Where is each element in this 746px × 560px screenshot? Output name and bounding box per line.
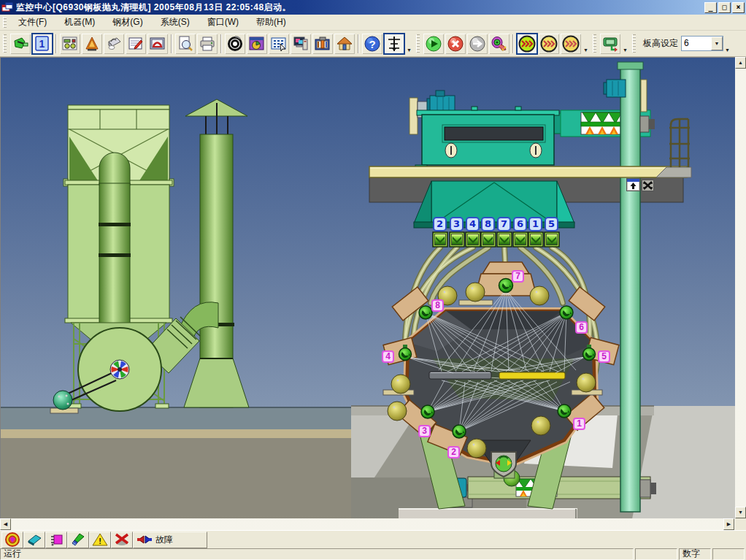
svg-text:1: 1 bbox=[39, 38, 45, 50]
elevator-motor bbox=[607, 80, 626, 97]
computer-icon bbox=[292, 35, 309, 53]
exit-button[interactable] bbox=[9, 33, 31, 55]
wheel-badge-4: 4 bbox=[382, 350, 394, 363]
fault-button[interactable]: 故障 bbox=[133, 532, 207, 548]
scroll-down-button[interactable]: ▼ bbox=[735, 507, 746, 518]
speed-high-icon bbox=[518, 35, 536, 53]
menu-machine[interactable]: 机器(M) bbox=[55, 15, 104, 30]
fault-icon bbox=[137, 534, 152, 545]
close-button[interactable]: × bbox=[732, 2, 745, 13]
shot-valves[interactable] bbox=[433, 232, 559, 247]
record-target-button[interactable] bbox=[224, 33, 246, 55]
toolbox-icon bbox=[314, 35, 331, 53]
plant-view-button[interactable] bbox=[147, 33, 169, 55]
status-bar: 运行 数字 bbox=[0, 548, 746, 560]
fault-label: 故障 bbox=[155, 534, 173, 546]
run-button[interactable] bbox=[423, 33, 445, 55]
paint-bucket-button[interactable] bbox=[103, 33, 125, 55]
minimize-button[interactable]: _ bbox=[704, 2, 717, 13]
conveyor-control-button[interactable] bbox=[599, 33, 621, 55]
chart-window-button[interactable] bbox=[246, 33, 268, 55]
gate-button-6[interactable]: 6 bbox=[513, 217, 527, 231]
print-button[interactable] bbox=[196, 33, 218, 55]
status-panel-spare1 bbox=[635, 548, 677, 560]
print-icon bbox=[199, 35, 216, 53]
elevator-boot-indicator[interactable] bbox=[491, 452, 516, 478]
horn-button[interactable] bbox=[488, 33, 510, 55]
svg-text:!: ! bbox=[99, 537, 101, 545]
gate-button-7[interactable]: 7 bbox=[497, 217, 511, 231]
title-bar: 监控中心[Q6930钢板抛丸清理机] 2005年08月13日 22:05:48启… bbox=[0, 0, 746, 15]
speed-low-button[interactable] bbox=[560, 33, 582, 55]
toolbar-overflow-2[interactable]: ▼ bbox=[582, 33, 590, 55]
step-button[interactable] bbox=[466, 33, 488, 55]
window-title: 监控中心[Q6930钢板抛丸清理机] 2005年08月13日 22:05:48启… bbox=[16, 1, 291, 14]
app-window: 监控中心[Q6930钢板抛丸清理机] 2005年08月13日 22:05:48启… bbox=[0, 0, 746, 560]
toolbar-grip-4[interactable] bbox=[632, 34, 636, 53]
wheel-badge-3: 3 bbox=[418, 425, 431, 437]
toolbar-grip-1[interactable] bbox=[3, 34, 7, 53]
scroll-up-button[interactable]: ▲ bbox=[735, 57, 746, 69]
machine-parts-button[interactable] bbox=[59, 33, 81, 55]
gate-button-2[interactable]: 2 bbox=[433, 217, 447, 231]
scroll-right-button[interactable]: ▶ bbox=[723, 518, 734, 530]
app-icon bbox=[1, 2, 13, 12]
menu-bar: 文件(F) 机器(M) 钢材(G) 系统(S) 窗口(W) 帮助(H) bbox=[0, 15, 746, 31]
menu-file[interactable]: 文件(F) bbox=[9, 15, 55, 30]
status-num-indicator: 数字 bbox=[679, 548, 711, 560]
speed-mid-button[interactable] bbox=[538, 33, 560, 55]
main-toolbar: 1 ? ▼ ▼ ▼ 板高设定 6 bbox=[0, 31, 746, 57]
stamp-button[interactable] bbox=[45, 532, 67, 548]
steel-plate-button[interactable] bbox=[23, 532, 45, 548]
gate-button-4[interactable]: 4 bbox=[466, 217, 480, 231]
target-rings-button[interactable] bbox=[1, 532, 23, 548]
window-one-button[interactable]: 1 bbox=[31, 33, 53, 55]
menu-window[interactable]: 窗口(W) bbox=[199, 15, 247, 30]
scroll-left-button[interactable]: ◀ bbox=[0, 518, 11, 530]
mimic-canvas: 2 3 4 8 7 6 1 5 1 2 3 4 5 6 7 8 bbox=[0, 57, 735, 518]
annunciator-toolbar: ! 故障 bbox=[0, 530, 746, 548]
toolbar-overflow-1[interactable]: ▼ bbox=[405, 33, 413, 55]
menu-steel[interactable]: 钢材(G) bbox=[104, 15, 151, 30]
alarm-icon bbox=[83, 35, 101, 53]
plate-height-combobox[interactable]: 6 ▼ bbox=[681, 36, 723, 51]
print-preview-button[interactable] bbox=[174, 33, 196, 55]
warning-button[interactable]: ! bbox=[89, 532, 111, 548]
report-button[interactable] bbox=[125, 33, 147, 55]
toolbox-button[interactable] bbox=[312, 33, 334, 55]
abort-button[interactable] bbox=[111, 532, 133, 548]
computer-button[interactable] bbox=[290, 33, 312, 55]
alarm-button[interactable] bbox=[81, 33, 103, 55]
combo-dropdown-icon[interactable]: ▼ bbox=[711, 37, 723, 50]
elevator-call-icon[interactable] bbox=[626, 178, 640, 191]
target-rings-icon bbox=[5, 532, 20, 547]
keypad-icon bbox=[270, 35, 288, 53]
home-button[interactable] bbox=[334, 33, 355, 55]
gate-button-1[interactable]: 1 bbox=[528, 217, 542, 231]
gate-button-8[interactable]: 8 bbox=[481, 217, 495, 231]
cross-limit-icon[interactable] bbox=[642, 180, 654, 191]
paint-bucket-icon bbox=[105, 35, 123, 53]
keypad-button[interactable] bbox=[268, 33, 290, 55]
toolbar-grip-3[interactable] bbox=[593, 34, 596, 53]
menu-system[interactable]: 系统(S) bbox=[152, 15, 199, 30]
toolbar-overflow-3[interactable]: ▼ bbox=[621, 33, 629, 55]
speed-high-button[interactable] bbox=[516, 33, 538, 55]
speed-low-icon bbox=[562, 35, 580, 53]
help-button[interactable]: ? bbox=[361, 33, 383, 55]
toolbar-grip-2[interactable] bbox=[416, 34, 420, 53]
brush-button[interactable] bbox=[67, 532, 89, 548]
datum-axis-button[interactable] bbox=[383, 33, 405, 55]
print-preview-icon bbox=[177, 35, 194, 53]
wheel-badge-7: 7 bbox=[512, 270, 524, 283]
menu-help[interactable]: 帮助(H) bbox=[247, 15, 295, 30]
menu-grip[interactable] bbox=[3, 17, 7, 28]
gate-button-3[interactable]: 3 bbox=[450, 217, 464, 231]
horizontal-scrollbar[interactable] bbox=[0, 518, 735, 530]
gate-button-5[interactable]: 5 bbox=[545, 217, 558, 231]
maximize-button[interactable]: □ bbox=[718, 2, 731, 13]
plate-height-value[interactable]: 6 bbox=[682, 37, 711, 50]
toolbar-overflow-4[interactable]: ▼ bbox=[723, 33, 731, 55]
vertical-scrollbar[interactable] bbox=[735, 57, 746, 518]
stop-button[interactable] bbox=[445, 33, 466, 55]
